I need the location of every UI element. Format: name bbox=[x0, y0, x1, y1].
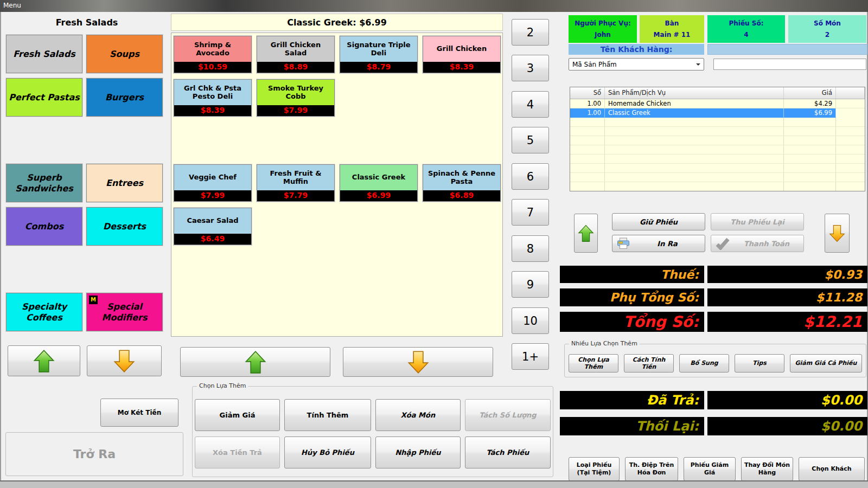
quantity-button-10[interactable]: 10 bbox=[512, 307, 549, 334]
order-row-selected[interactable]: 1.00 Classic Greek $6.99 bbox=[570, 108, 865, 118]
quantity-label: 10 bbox=[523, 314, 538, 328]
item-name: Caesar Salad bbox=[174, 208, 251, 234]
quantity-button-3[interactable]: 3 bbox=[512, 55, 549, 81]
order-row-price: $6.99 bbox=[784, 108, 836, 118]
category-tile-entrees[interactable]: Entrees bbox=[86, 164, 163, 202]
split-quantity-button[interactable]: Tách Số Lượng bbox=[465, 399, 551, 431]
chevron-down-icon bbox=[696, 63, 700, 68]
category-tile-superb-sandwiches[interactable]: Superb Sandwiches bbox=[6, 164, 82, 202]
item-tile-caesar-salad[interactable]: Caesar Salad $6.49 bbox=[174, 208, 252, 245]
category-label: Burgers bbox=[105, 92, 144, 102]
change-item-button[interactable]: Thay Đổi Món Hàng bbox=[741, 457, 793, 481]
category-tile-special-modifiers[interactable]: M Special Modifiers bbox=[86, 293, 163, 331]
category-tile-specialty-coffees[interactable]: Specialty Coffees bbox=[6, 293, 82, 331]
surcharge-button[interactable]: Tính Thêm bbox=[284, 399, 371, 431]
item-tile-spinach-penne-pasta[interactable]: Spinach & Penne Pasta $6.89 bbox=[423, 164, 501, 202]
ticket-discount-button[interactable]: Giảm Giá Cả Phiếu bbox=[790, 354, 862, 373]
pay-button[interactable]: Thanh Toán bbox=[711, 235, 804, 252]
items-page-up-button[interactable] bbox=[180, 347, 330, 377]
payment-method-button[interactable]: Cách Tính Tiền bbox=[624, 354, 674, 373]
back-button[interactable]: Trở Ra bbox=[5, 432, 183, 476]
hold-ticket-label: Giữ Phiếu bbox=[640, 218, 678, 226]
extra-choices-button[interactable]: Chọn Lựa Thêm bbox=[569, 354, 618, 373]
table-number: Main # 11 bbox=[654, 31, 691, 38]
customer-name-label: Tên Khách Hàng: bbox=[569, 44, 704, 55]
item-tile-signature-triple-deli[interactable]: Signature Triple Deli $8.79 bbox=[340, 36, 418, 73]
category-tile-perfect-pastas[interactable]: Perfect Pastas bbox=[6, 78, 82, 117]
item-tile-shrimp-avocado[interactable]: Shrimp & Avocado $10.59 bbox=[174, 36, 252, 73]
quantity-button-8[interactable]: 8 bbox=[512, 235, 549, 262]
item-name: Veggie Chef bbox=[174, 165, 251, 190]
product-code-dropdown[interactable]: Mã Sản Phẩm bbox=[569, 58, 704, 70]
split-ticket-button[interactable]: Tách Phiếu bbox=[465, 436, 551, 468]
discount-button[interactable]: Giảm Giá bbox=[195, 399, 280, 431]
item-tile-grill-chicken[interactable]: Grill Chicken $8.39 bbox=[423, 36, 501, 73]
customer-name-field[interactable] bbox=[707, 44, 867, 55]
order-table[interactable]: Số Sản Phẩm/Dịch Vụ Giá 1.00 Homemade Ch… bbox=[570, 87, 865, 191]
merge-ticket-button[interactable]: Nhập Phiếu bbox=[375, 436, 461, 468]
item-price: $8.39 bbox=[174, 105, 251, 116]
category-page-down-button[interactable] bbox=[87, 345, 162, 376]
change-value: $0.00 bbox=[707, 417, 867, 435]
item-price: $7.99 bbox=[257, 105, 334, 116]
item-name: Signature Triple Deli bbox=[340, 36, 417, 62]
coupon-button[interactable]: Phiếu Giảm Giá bbox=[684, 457, 736, 481]
subtotal-label: Phụ Tổng Số: bbox=[560, 288, 704, 306]
product-code-selected: Mã Sản Phẩm bbox=[572, 61, 617, 68]
more-options-group-title: Nhiều Lựa Chọn Thêm bbox=[569, 340, 640, 347]
order-scroll-down-button[interactable] bbox=[825, 214, 850, 253]
open-drawer-button[interactable]: Mơ Két Tiền bbox=[100, 399, 178, 427]
hold-ticket-button[interactable]: Giữ Phiếu bbox=[612, 213, 705, 230]
category-tile-burgers[interactable]: Burgers bbox=[86, 78, 163, 117]
tips-button[interactable]: Tips bbox=[735, 354, 784, 373]
line-options-group-title: Chọn Lựa Thêm bbox=[197, 382, 248, 389]
category-page-up-button[interactable] bbox=[8, 345, 80, 376]
item-tile-smoke-turkey-cobb[interactable]: Smoke Turkey Cobb $7.99 bbox=[257, 79, 335, 117]
selected-item-banner: Classic Greek: $6.99 bbox=[171, 14, 503, 31]
category-label: Superb Sandwiches bbox=[7, 172, 82, 193]
item-tile-grill-chicken-salad[interactable]: Grill Chicken Salad $8.89 bbox=[257, 36, 335, 73]
quantity-label: 5 bbox=[527, 134, 534, 147]
quantity-button-2[interactable]: 2 bbox=[512, 19, 549, 46]
quantity-button-6[interactable]: 6 bbox=[512, 163, 549, 190]
receipt-message-button[interactable]: Th. Điệp Trên Hóa Đơn bbox=[625, 457, 678, 481]
quantity-button-9[interactable]: 9 bbox=[512, 271, 549, 298]
category-tile-desserts[interactable]: Desserts bbox=[86, 207, 163, 246]
category-label: Combos bbox=[25, 221, 63, 232]
quantity-button-5[interactable]: 5 bbox=[512, 127, 549, 153]
order-scroll-up-button[interactable] bbox=[574, 214, 598, 253]
quantity-button-1plus[interactable]: 1+ bbox=[512, 343, 549, 370]
quantity-button-7[interactable]: 7 bbox=[512, 199, 549, 226]
recall-ticket-button[interactable]: Thu Phiếu Lại bbox=[711, 213, 804, 230]
category-tile-combos[interactable]: Combos bbox=[6, 207, 82, 246]
supplement-button[interactable]: Bổ Sung bbox=[679, 354, 729, 373]
print-button[interactable]: In Ra bbox=[612, 235, 705, 252]
window-titlebar: Menu bbox=[0, 0, 868, 12]
server-infobox: Người Phục Vụ: John bbox=[569, 15, 637, 43]
back-label: Trở Ra bbox=[73, 447, 116, 461]
order-row[interactable]: 1.00 Homemade Chicken $4.29 bbox=[570, 99, 865, 108]
order-row-qty: 1.00 bbox=[570, 108, 605, 118]
item-count-infobox: Số Món 2 bbox=[788, 15, 866, 43]
quantity-button-4[interactable]: 4 bbox=[512, 91, 549, 118]
category-label: Perfect Pastas bbox=[9, 92, 80, 102]
select-customer-button[interactable]: Chọn Khách bbox=[799, 457, 865, 481]
item-tile-grl-chk-psta-pesto-deli[interactable]: Grl Chk & Psta Pesto Deli $8.39 bbox=[174, 79, 252, 117]
category-tile-fresh-salads[interactable]: Fresh Salads bbox=[6, 35, 82, 73]
menu-item-menu[interactable]: Menu bbox=[0, 2, 21, 9]
delete-payment-button[interactable]: Xóa Tiền Trả bbox=[195, 436, 280, 468]
product-code-input[interactable] bbox=[713, 59, 866, 70]
category-tile-soups[interactable]: Soups bbox=[86, 35, 163, 73]
void-ticket-button[interactable]: Hủy Bỏ Phiếu bbox=[284, 436, 371, 468]
ticket-type-button[interactable]: Loại Phiếu (Tại Tiệm) bbox=[569, 457, 620, 481]
item-tile-classic-greek[interactable]: Classic Greek $6.99 bbox=[340, 164, 418, 202]
ticket-label: Phiếu Số: bbox=[729, 20, 764, 27]
item-price: $7.99 bbox=[174, 190, 251, 201]
item-price: $8.79 bbox=[340, 62, 417, 73]
item-tile-veggie-chef[interactable]: Veggie Chef $7.99 bbox=[174, 164, 252, 202]
delete-item-button[interactable]: Xóa Món bbox=[375, 399, 461, 431]
items-page-down-button[interactable] bbox=[343, 347, 493, 377]
tax-label: Thuế: bbox=[560, 266, 704, 283]
order-row-product: Homemade Chicken bbox=[605, 99, 784, 108]
item-tile-fresh-fruit-muffin[interactable]: Fresh Fruit & Muffin $7.79 bbox=[257, 164, 335, 202]
